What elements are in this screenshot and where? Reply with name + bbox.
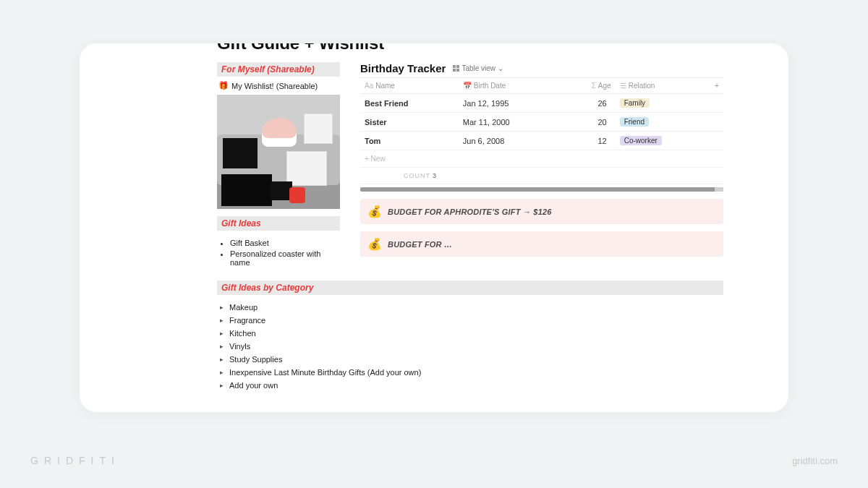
cell-age[interactable]: 20 <box>563 113 616 132</box>
database-title[interactable]: Birthday Tracker <box>360 62 446 74</box>
watermark-brand: GRIDFITI <box>30 455 120 466</box>
view-label: Table view <box>461 64 495 72</box>
section-gift-ideas-heading: Gift Ideas <box>217 216 340 231</box>
cell-relation[interactable]: Co-worker <box>616 132 710 150</box>
watermark-url: gridfiti.com <box>792 455 838 466</box>
callout-text: BUDGET FOR APHRODITE'S GIFT → $126 <box>388 207 552 216</box>
cell-birth-date[interactable]: Mar 11, 2000 <box>459 113 563 132</box>
toggle-label: Add your own <box>229 381 278 390</box>
toggle-triangle-icon: ▸ <box>220 317 226 324</box>
table-row[interactable]: Best FriendJan 12, 199526Family <box>360 94 723 113</box>
add-column-button[interactable]: + <box>710 78 723 94</box>
callout-text: BUDGET FOR … <box>388 240 452 249</box>
toggle-item[interactable]: ▸Inexpensive Last Minute Birthday Gifts … <box>220 366 723 379</box>
toggle-item[interactable]: ▸Kitchen <box>220 327 723 340</box>
cell-age[interactable]: 12 <box>563 132 616 150</box>
col-birth-date[interactable]: 📅Birth Date <box>459 78 563 94</box>
toggle-triangle-icon: ▸ <box>220 343 226 350</box>
money-bag-icon: 💰 <box>367 205 382 218</box>
list-item[interactable]: Gift Basket <box>230 239 340 247</box>
right-column: Birthday Tracker Table view ⌄ AaName 📅Bi… <box>360 62 723 276</box>
table-row[interactable]: TomJun 6, 200812Co-worker <box>360 132 723 150</box>
gift-icon: 🎁 <box>218 81 229 90</box>
wishlist-page-link[interactable]: 🎁 My Wishlist! (Shareable) <box>217 80 340 95</box>
toggle-triangle-icon: ▸ <box>220 304 226 311</box>
select-icon: ☰ <box>620 82 626 90</box>
toggle-label: Makeup <box>229 303 258 312</box>
section-by-category-heading: Gift Ideas by Category <box>217 281 723 295</box>
text-icon: Aa <box>365 82 373 90</box>
cell-birth-date[interactable]: Jun 6, 2008 <box>459 132 563 150</box>
toggle-label: Fragrance <box>229 316 265 325</box>
toggle-item[interactable]: ▸Makeup <box>220 301 723 314</box>
money-bag-icon: 💰 <box>367 237 382 251</box>
wishlist-cover-image <box>217 95 340 209</box>
table-icon <box>453 65 459 72</box>
toggle-item[interactable]: ▸Study Supplies <box>220 353 723 366</box>
cell-relation[interactable]: Friend <box>616 113 710 132</box>
gift-ideas-list: Gift Basket Personalized coaster with na… <box>217 234 340 276</box>
wishlist-link-label: My Wishlist! (Shareable) <box>231 82 318 90</box>
section-for-myself-heading: For Myself (Shareable) <box>217 62 340 77</box>
list-item[interactable]: Personalized coaster with name <box>230 249 340 267</box>
cell-name[interactable]: Tom <box>360 132 459 150</box>
category-toggle-list: ▸Makeup▸Fragrance▸Kitchen▸Vinyls▸Study S… <box>217 298 723 392</box>
view-switcher[interactable]: Table view ⌄ <box>453 64 503 72</box>
budget-callout[interactable]: 💰 BUDGET FOR APHRODITE'S GIFT → $126 <box>360 199 723 224</box>
toggle-label: Inexpensive Last Minute Birthday Gifts (… <box>229 368 421 377</box>
toggle-label: Study Supplies <box>229 355 282 364</box>
birthday-table: AaName 📅Birth Date ΣAge ☰Relation + Best… <box>360 77 723 184</box>
cell-name[interactable]: Best Friend <box>360 94 459 113</box>
cell-age[interactable]: 26 <box>563 94 616 113</box>
app-card: Gift Guide + Wishlist For Myself (Sharea… <box>80 43 788 412</box>
table-row[interactable]: SisterMar 11, 200020Friend <box>360 113 723 132</box>
count-summary: COUNT3 <box>360 168 723 184</box>
toggle-item[interactable]: ▸Fragrance <box>220 314 723 327</box>
chevron-down-icon: ⌄ <box>498 64 503 72</box>
cell-name[interactable]: Sister <box>360 113 459 132</box>
new-row-button[interactable]: + New <box>360 150 723 168</box>
col-name[interactable]: AaName <box>360 78 459 94</box>
toggle-label: Vinyls <box>229 342 250 351</box>
toggle-label: Kitchen <box>229 329 256 338</box>
toggle-item[interactable]: ▸Add your own <box>220 379 723 392</box>
toggle-triangle-icon: ▸ <box>220 382 226 389</box>
budget-callout[interactable]: 💰 BUDGET FOR … <box>360 231 723 257</box>
toggle-item[interactable]: ▸Vinyls <box>220 340 723 353</box>
cell-birth-date[interactable]: Jan 12, 1995 <box>459 94 563 113</box>
left-column: For Myself (Shareable) 🎁 My Wishlist! (S… <box>217 62 340 276</box>
calendar-icon: 📅 <box>463 82 472 90</box>
toggle-triangle-icon: ▸ <box>220 330 226 337</box>
formula-icon: Σ <box>592 82 596 90</box>
col-relation[interactable]: ☰Relation <box>616 78 710 94</box>
page-title: Gift Guide + Wishlist <box>217 43 723 53</box>
toggle-triangle-icon: ▸ <box>220 369 226 376</box>
toggle-triangle-icon: ▸ <box>220 356 226 363</box>
cell-relation[interactable]: Family <box>616 94 710 113</box>
col-age[interactable]: ΣAge <box>563 78 616 94</box>
horizontal-scrollbar[interactable] <box>360 187 723 192</box>
